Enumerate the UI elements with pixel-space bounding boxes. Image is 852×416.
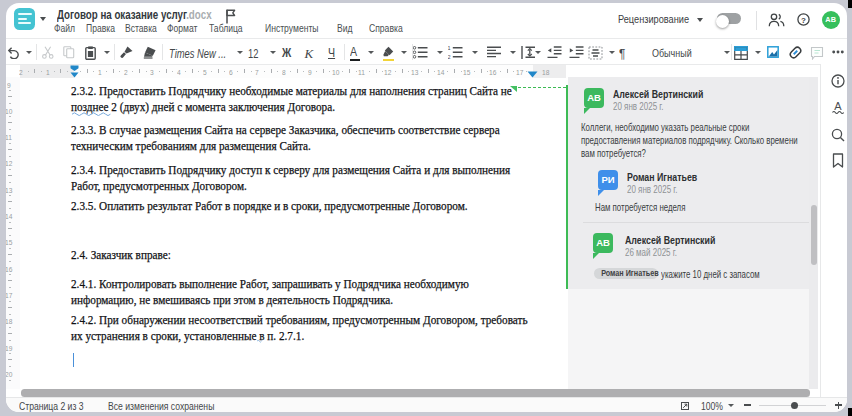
svg-text:1: 1 xyxy=(448,46,451,51)
svg-text:А: А xyxy=(834,100,842,112)
svg-text:?: ? xyxy=(801,16,806,25)
svg-text:2: 2 xyxy=(448,54,451,59)
